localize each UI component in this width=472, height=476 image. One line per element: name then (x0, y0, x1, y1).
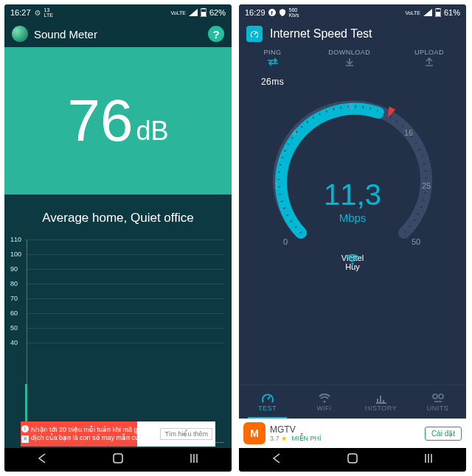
upload-label: UPLOAD (414, 49, 444, 56)
ad-banner[interactable]: M MGTV 3.7 ★ MIỄN PHÍ Cài đặt (239, 419, 466, 448)
star-icon: ★ (281, 435, 287, 442)
facebook-icon: f (268, 9, 276, 16)
units-tab-icon (431, 393, 445, 405)
ad-banner[interactable]: i ✕ Nhận tới 20 triệu mỗi tuần khi mã gi… (21, 421, 215, 447)
wifi-info: Viettel Huy (239, 253, 466, 271)
svg-point-9 (352, 263, 354, 265)
tab-test-label: TEST (258, 405, 277, 412)
svg-rect-13 (348, 454, 357, 463)
metrics-row: PING 26ms DOWNLOAD UPLOAD (239, 47, 466, 90)
phone-speed-test: 16:29 f 560Kb/s VoLTE 61% Internet Speed… (239, 4, 466, 472)
svg-rect-3 (201, 12, 206, 16)
svg-point-11 (433, 394, 437, 399)
download-metric: DOWNLOAD (328, 49, 370, 87)
tick-4: 4 (292, 128, 296, 137)
y-tick: 80 (10, 280, 18, 287)
svg-rect-2 (202, 8, 205, 9)
back-button[interactable] (36, 452, 48, 467)
recents-button[interactable] (188, 452, 200, 467)
app-title: Sound Meter (34, 28, 208, 41)
volte-icon: VoLTE (170, 10, 186, 15)
tab-units[interactable]: UNITS (409, 385, 466, 419)
home-button[interactable] (112, 452, 124, 467)
status-bar: 16:29 f 560Kb/s VoLTE 61% (239, 4, 466, 21)
y-tick: 60 (10, 309, 18, 317)
tab-history[interactable]: HISTORY (353, 385, 409, 419)
upload-icon (424, 57, 434, 66)
home-button[interactable] (347, 452, 358, 467)
tick-16: 16 (404, 128, 413, 137)
tab-test[interactable]: TEST (239, 385, 296, 419)
svg-rect-7 (436, 12, 440, 16)
download-icon (344, 57, 355, 66)
status-battery: 62% (209, 8, 226, 17)
db-reading-panel: 76 dB (4, 47, 232, 195)
signal-icon (423, 9, 432, 16)
status-time: 16:27 (10, 8, 31, 17)
y-tick: 70 (10, 295, 18, 302)
bottom-tabs: TEST WiFi HISTORY UNITS (239, 385, 466, 419)
db-unit: dB (136, 116, 168, 147)
ad-close-icon[interactable]: ✕ (21, 435, 29, 443)
ad-line2: dịch của bạn là con số may mắn của... (31, 434, 157, 442)
upload-metric: UPLOAD (414, 49, 444, 87)
ad-line1: Nhận tới 20 triệu mỗi tuần khi mã giao (31, 426, 157, 434)
speed-value: 11,3 (239, 178, 466, 211)
ping-label: PING (261, 49, 284, 56)
status-time: 16:29 (245, 8, 266, 17)
battery-icon (201, 8, 206, 17)
recents-button[interactable] (423, 452, 434, 467)
speed-unit: Mbps (239, 211, 466, 224)
y-tick: 100 (10, 251, 21, 258)
ping-icon (267, 57, 279, 66)
signal-icon (189, 9, 198, 16)
lte-badge-icon: 560Kb/s (289, 7, 299, 18)
y-tick: 90 (10, 265, 18, 273)
tab-history-label: HISTORY (365, 405, 397, 412)
battery-icon (435, 8, 441, 17)
status-battery: 61% (444, 8, 460, 17)
db-description: Average home, Quiet office (4, 211, 232, 225)
ad-free-label: MIỄN PHÍ (292, 435, 322, 442)
tab-units-label: UNITS (427, 405, 449, 412)
speed-test-app-icon (246, 26, 263, 42)
history-tab-icon (375, 393, 388, 405)
tab-wifi[interactable]: WiFi (296, 385, 353, 419)
svg-point-12 (439, 394, 443, 399)
wifi-tab-icon (318, 393, 331, 405)
back-button[interactable] (271, 452, 282, 467)
ping-metric: PING 26ms (261, 49, 284, 87)
status-bar: 16:27 13LTE VoLTE 62% (4, 4, 232, 21)
download-value (328, 77, 370, 87)
y-tick: 110 (10, 236, 21, 243)
help-button[interactable]: ? (208, 26, 224, 42)
svg-rect-4 (114, 454, 122, 463)
ad-install-button[interactable]: Cài đặt (425, 427, 462, 441)
download-label: DOWNLOAD (328, 49, 370, 56)
sound-meter-header: Sound Meter ? (4, 21, 232, 47)
lte-badge-icon: 13LTE (44, 7, 53, 18)
ad-thumb-icon: M (243, 422, 266, 444)
speed-gauge: 0 1 4 8 16 25 50 11,3 Mbps Viettel Huy (239, 93, 466, 299)
svg-point-10 (323, 400, 325, 402)
ad-cta-button[interactable]: Tìm hiểu thêm (160, 428, 212, 440)
app-title: Internet Speed Test (270, 27, 372, 41)
gauge-tab-icon (261, 393, 274, 405)
svg-rect-6 (437, 8, 440, 9)
volte-icon: VoLTE (405, 10, 420, 15)
ad-title: MGTV (270, 424, 425, 435)
db-value: 76 (67, 87, 133, 155)
phone-sound-meter: 16:27 13LTE VoLTE 62% Sound Meter ? 76 d… (4, 4, 232, 472)
tab-wifi-label: WiFi (317, 405, 332, 412)
shield-icon (279, 9, 286, 16)
tick-0: 0 (283, 237, 288, 246)
wifi-icon (345, 253, 360, 265)
ad-info-icon[interactable]: i (21, 425, 29, 433)
android-nav-bar (239, 448, 466, 472)
upload-value (414, 77, 444, 87)
speed-test-header: Internet Speed Test (239, 21, 466, 47)
tick-50: 50 (412, 237, 420, 246)
y-tick: 50 (10, 324, 18, 332)
ad-rating: 3.7 (270, 435, 280, 442)
sound-meter-app-icon (12, 26, 28, 42)
